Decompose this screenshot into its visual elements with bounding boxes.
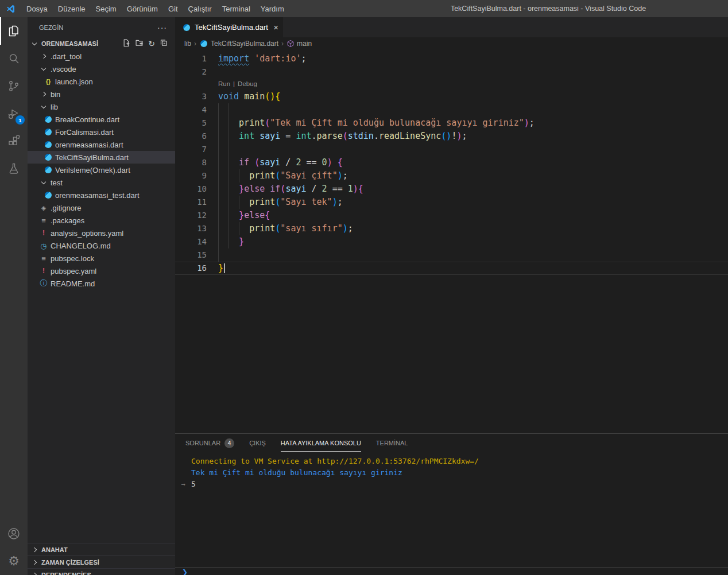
collapse-all-icon[interactable]: [160, 38, 168, 49]
symbol-method-icon: [286, 40, 295, 48]
item-label: orenmeasamasi.dart: [55, 141, 123, 149]
code-line-2: 2: [175, 65, 728, 79]
file-orenmeasamasi-test-dart[interactable]: orenmeasamasi_test.dart: [28, 189, 175, 201]
chevron-down-icon: [30, 43, 39, 45]
item-label: pubspec.lock: [51, 254, 94, 263]
panel-tab-hata-ayiklama-konsolu[interactable]: HATA AYIKLAMA KONSOLU: [281, 434, 361, 452]
menu-çalıştır[interactable]: Çalıştır: [183, 0, 217, 17]
code-line-7: 7: [175, 143, 728, 156]
file-launch-json[interactable]: {}launch.json: [28, 75, 175, 88]
line-number: 15: [175, 248, 207, 262]
search-icon[interactable]: [0, 45, 28, 72]
testing-icon[interactable]: [0, 155, 28, 182]
menu-terminal[interactable]: Terminal: [217, 0, 255, 17]
console-line: Tek mi Çift mi olduğu bulunacağı sayıyı …: [175, 467, 728, 479]
line-number: 1: [175, 52, 207, 65]
code-line-12: 12}else{: [175, 209, 728, 222]
panel-tab-çikiş[interactable]: ÇIKIŞ: [249, 434, 266, 452]
menu-seçim[interactable]: Seçim: [91, 0, 122, 17]
console-text: Connecting to VM Service at http://127.0…: [191, 456, 479, 467]
panel-tab-termi-nal[interactable]: TERMİNAL: [376, 434, 408, 452]
breadcrumb-tekciftsayibulma-dart[interactable]: TekCiftSayiBulma.dart: [199, 40, 278, 48]
breadcrumb: lib›TekCiftSayiBulma.dart›main: [175, 37, 728, 50]
section-anahat[interactable]: ANAHAT: [28, 543, 175, 555]
menu-düzenle[interactable]: Düzenle: [53, 0, 91, 17]
section-zaman-çi-zelgesi[interactable]: ZAMAN ÇİZELGESİ: [28, 555, 175, 568]
panel-tabs: SORUNLAR4ÇIKIŞHATA AYIKLAMA KONSOLUTERMİ…: [175, 434, 728, 452]
line-number: 11: [175, 196, 207, 209]
settings-icon[interactable]: ⚙: [0, 547, 28, 575]
title-bar: DosyaDüzenleSeçimGörünümGitÇalıştırTermi…: [0, 0, 728, 17]
line-number: 16: [175, 262, 207, 275]
new-folder-icon[interactable]: [135, 38, 144, 49]
file-pubspec-yaml[interactable]: !pubspec.yaml: [28, 265, 175, 277]
json-icon: {}: [44, 78, 53, 85]
code-editor[interactable]: 1import 'dart:io';2Run|Debug3void main()…: [175, 50, 728, 433]
tab-tekciftsayibulma[interactable]: TekCiftSayiBulma.dart ×: [175, 17, 283, 37]
panel-tab-sorunlar[interactable]: SORUNLAR4: [185, 434, 234, 452]
section-label: ANAHAT: [41, 546, 68, 553]
dart-icon: [44, 129, 53, 135]
menu-dosya[interactable]: Dosya: [21, 0, 53, 17]
file-readme-md[interactable]: ⓘREADME.md: [28, 277, 175, 290]
file-breakcontinue-dart[interactable]: BreakContinue.dart: [28, 113, 175, 126]
code-line-4: 4: [175, 103, 728, 116]
code-text: print("Sayi çift");: [218, 169, 348, 182]
folder-dart-tool[interactable]: .dart_tool: [28, 50, 175, 63]
file-veriisleme-ornek-dart[interactable]: VeriIsleme(Ornek).dart: [28, 164, 175, 176]
file-gitignore[interactable]: ◈.gitignore: [28, 201, 175, 214]
extensions-icon[interactable]: [0, 127, 28, 155]
menu-bar: DosyaDüzenleSeçimGörünümGitÇalıştırTermi…: [21, 0, 289, 17]
folder-bin[interactable]: bin: [28, 88, 175, 100]
file-analysis-options-yaml[interactable]: !analysis_options.yaml: [28, 227, 175, 239]
breadcrumb-main[interactable]: main: [286, 40, 312, 48]
code-text: print("Sayı tek");: [218, 196, 343, 209]
source-control-icon[interactable]: [0, 72, 28, 100]
file-orenmeasamasi-dart[interactable]: orenmeasamasi.dart: [28, 138, 175, 151]
account-icon[interactable]: [0, 520, 28, 547]
refresh-icon[interactable]: ↻: [148, 40, 155, 48]
new-file-icon[interactable]: [122, 38, 130, 49]
menu-görünüm[interactable]: Görünüm: [122, 0, 163, 17]
chevron-right-icon: [30, 548, 39, 551]
explorer-icon[interactable]: [0, 17, 28, 45]
codelens-debug[interactable]: Debug: [238, 79, 257, 90]
item-label: .packages: [51, 216, 84, 225]
file-changelog-md[interactable]: ◷CHANGELOG.md: [28, 239, 175, 252]
section-dependenci-es[interactable]: DEPENDENCİES: [28, 568, 175, 575]
breadcrumb-lib[interactable]: lib: [184, 40, 191, 48]
folder-lib[interactable]: lib: [28, 100, 175, 113]
indent-guide: [229, 196, 239, 209]
file-tekciftsayibulma-dart[interactable]: TekCiftSayiBulma.dart: [28, 151, 175, 164]
vscode-window: DosyaDüzenleSeçimGörünümGitÇalıştırTermi…: [0, 0, 728, 575]
indent-guide: [229, 156, 239, 169]
file-packages[interactable]: ≡.packages: [28, 214, 175, 227]
close-icon[interactable]: ×: [273, 22, 278, 32]
bottom-panel: SORUNLAR4ÇIKIŞHATA AYIKLAMA KONSOLUTERMİ…: [175, 433, 728, 575]
codelens-run[interactable]: Run: [218, 79, 230, 90]
indent-guide: [239, 222, 249, 235]
line-number: 6: [175, 130, 207, 143]
file-forcalismasi-dart[interactable]: ForCalismasi.dart: [28, 126, 175, 138]
folder-orenmeasamasi[interactable]: ORENMEASAMASİ↻: [28, 37, 175, 50]
console-line: Connecting to VM Service at http://127.0…: [175, 456, 728, 467]
indent-guide: [229, 103, 239, 116]
dart-icon: [199, 40, 208, 47]
code-text: [218, 248, 229, 262]
run-debug-icon[interactable]: 1: [0, 100, 28, 127]
panel-tab-label: ÇIKIŞ: [249, 440, 266, 446]
folder-vscode[interactable]: .vscode: [28, 63, 175, 75]
code-line-16: 16}: [175, 262, 728, 275]
folder-test[interactable]: test: [28, 176, 175, 189]
codelens: Run|Debug: [218, 79, 257, 90]
debug-console-input[interactable]: ❯: [175, 568, 728, 575]
more-actions-icon[interactable]: ···: [157, 23, 167, 32]
menu-git[interactable]: Git: [163, 0, 183, 17]
indent-guide: [229, 182, 239, 196]
file-pubspec-lock[interactable]: ≡pubspec.lock: [28, 252, 175, 265]
line-number: 8: [175, 156, 207, 169]
code-text: [218, 103, 239, 116]
tab-label: TekCiftSayiBulma.dart: [195, 23, 268, 32]
item-label: .gitignore: [51, 204, 81, 212]
menu-yardım[interactable]: Yardım: [255, 0, 289, 17]
